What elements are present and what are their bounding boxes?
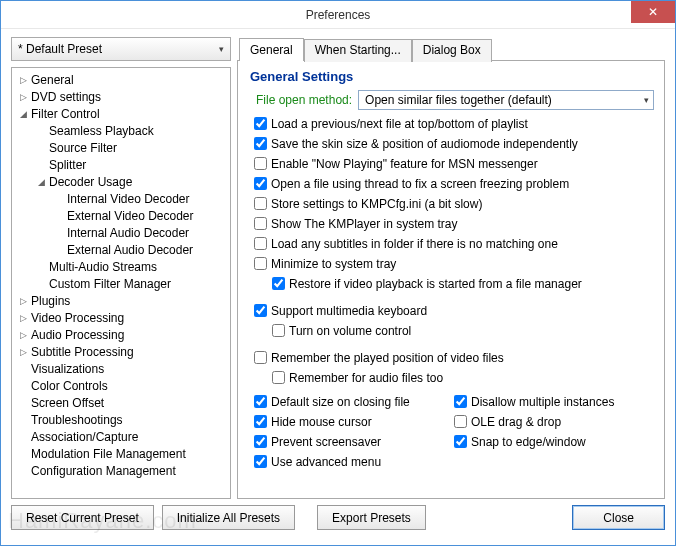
checkbox-c9a[interactable] — [272, 371, 285, 384]
tree-item-label: Filter Control — [31, 106, 100, 123]
checkbox-label: Save the skin size & position of audiomo… — [271, 136, 578, 152]
tree-item[interactable]: ·Splitter — [14, 157, 228, 174]
settings-tree[interactable]: ▷General▷DVD settings◢Filter Control·Sea… — [11, 67, 231, 499]
tree-item[interactable]: ·External Video Decoder — [14, 208, 228, 225]
tree-collapse-icon: ◢ — [36, 174, 47, 191]
tree-bullet-icon: · — [36, 140, 47, 157]
initialize-all-presets-button[interactable]: Initialize All Presets — [162, 505, 295, 530]
tree-item-label: Subtitle Processing — [31, 344, 134, 361]
tree-item[interactable]: ·Screen Offset — [14, 395, 228, 412]
checkbox-label: Remember the played position of video fi… — [271, 350, 504, 366]
checkbox-c5[interactable] — [254, 217, 267, 230]
tree-item-label: Troubleshootings — [31, 412, 123, 429]
tree-item[interactable]: ▷Subtitle Processing — [14, 344, 228, 361]
checkbox-label: Prevent screensaver — [271, 434, 381, 450]
tree-item[interactable]: ·External Audio Decoder — [14, 242, 228, 259]
checkbox-c1[interactable] — [254, 137, 267, 150]
checkbox-r0[interactable] — [454, 395, 467, 408]
option-row: Minimize to system tray — [250, 254, 654, 273]
checkbox-r2[interactable] — [454, 435, 467, 448]
tree-item[interactable]: ·Seamless Playback — [14, 123, 228, 140]
checkbox-l0[interactable] — [254, 395, 267, 408]
checkbox-c0[interactable] — [254, 117, 267, 130]
checkbox-label: Remember for audio files too — [289, 370, 443, 386]
option-row: Store settings to KMPCfg.ini (a bit slow… — [250, 194, 654, 213]
tree-item-label: Internal Audio Decoder — [67, 225, 189, 242]
tree-item-label: External Video Decoder — [67, 208, 194, 225]
option-row: Load any subtitles in folder if there is… — [250, 234, 654, 253]
checkbox-c8[interactable] — [254, 304, 267, 317]
export-presets-button[interactable]: Export Presets — [317, 505, 426, 530]
tree-item-label: Splitter — [49, 157, 86, 174]
checkbox-c6[interactable] — [254, 237, 267, 250]
chevron-down-icon: ▾ — [219, 44, 224, 54]
tab-general[interactable]: General — [239, 38, 304, 61]
tree-bullet-icon: · — [18, 412, 29, 429]
tree-bullet-icon: · — [54, 191, 65, 208]
checkbox-c9[interactable] — [254, 351, 267, 364]
tree-item[interactable]: ·Configuration Management — [14, 463, 228, 480]
checkbox-label: Default size on closing file — [271, 394, 410, 410]
tree-item[interactable]: ·Multi-Audio Streams — [14, 259, 228, 276]
tree-item[interactable]: ▷General — [14, 72, 228, 89]
tree-item-label: Internal Video Decoder — [67, 191, 190, 208]
checkbox-c8a[interactable] — [272, 324, 285, 337]
tree-item[interactable]: ◢Filter Control — [14, 106, 228, 123]
tree-item-label: Plugins — [31, 293, 70, 310]
file-open-method-select[interactable]: Open similar files together (default) ▾ — [358, 90, 654, 110]
option-row: Save the skin size & position of audiomo… — [250, 134, 654, 153]
tree-item[interactable]: ▷Audio Processing — [14, 327, 228, 344]
tree-item-label: Seamless Playback — [49, 123, 154, 140]
tree-item[interactable]: ·Modulation File Management — [14, 446, 228, 463]
preset-select[interactable]: * Default Preset ▾ — [11, 37, 231, 61]
tree-item[interactable]: ·Source Filter — [14, 140, 228, 157]
checkbox-c2[interactable] — [254, 157, 267, 170]
tree-item[interactable]: ▷Plugins — [14, 293, 228, 310]
tree-bullet-icon: · — [54, 225, 65, 242]
window-close-button[interactable]: ✕ — [631, 1, 675, 23]
tree-expand-icon: ▷ — [18, 293, 29, 310]
tree-item[interactable]: ·Troubleshootings — [14, 412, 228, 429]
tree-bullet-icon: · — [36, 123, 47, 140]
titlebar: Preferences ✕ — [1, 1, 675, 29]
tree-item-label: Configuration Management — [31, 463, 176, 480]
checkbox-c7[interactable] — [254, 257, 267, 270]
tree-item[interactable]: ◢Decoder Usage — [14, 174, 228, 191]
tree-item-label: Modulation File Management — [31, 446, 186, 463]
tree-item[interactable]: ·Custom Filter Manager — [14, 276, 228, 293]
checkbox-l3[interactable] — [254, 455, 267, 468]
window-title: Preferences — [306, 8, 371, 22]
option-row: Prevent screensaver — [250, 432, 450, 451]
checkbox-label: Open a file using thread to fix a screen… — [271, 176, 569, 192]
tree-item[interactable]: ·Internal Video Decoder — [14, 191, 228, 208]
checkbox-c3[interactable] — [254, 177, 267, 190]
reset-current-preset-button[interactable]: Reset Current Preset — [11, 505, 154, 530]
tab-when-starting[interactable]: When Starting... — [304, 39, 412, 62]
tree-item[interactable]: ▷DVD settings — [14, 89, 228, 106]
tree-expand-icon: ▷ — [18, 344, 29, 361]
tree-item[interactable]: ·Internal Audio Decoder — [14, 225, 228, 242]
tree-bullet-icon: · — [18, 463, 29, 480]
tree-item[interactable]: ·Visualizations — [14, 361, 228, 378]
checkbox-r1[interactable] — [454, 415, 467, 428]
option-row: Use advanced menu — [250, 452, 450, 471]
checkbox-l1[interactable] — [254, 415, 267, 428]
tab-strip: General When Starting... Dialog Box — [239, 37, 665, 60]
option-row: Turn on volume control — [250, 321, 654, 340]
tree-expand-icon: ▷ — [18, 89, 29, 106]
tab-dialog-box[interactable]: Dialog Box — [412, 39, 492, 62]
checkbox-c4[interactable] — [254, 197, 267, 210]
checkbox-l2[interactable] — [254, 435, 267, 448]
option-row: Support multimedia keyboard — [250, 301, 654, 320]
checkbox-label: Support multimedia keyboard — [271, 303, 427, 319]
tree-bullet-icon: · — [18, 361, 29, 378]
checkbox-c7a[interactable] — [272, 277, 285, 290]
checkbox-label: Restore if video playback is started fro… — [289, 276, 582, 292]
checkbox-label: Use advanced menu — [271, 454, 381, 470]
tree-bullet-icon: · — [36, 276, 47, 293]
tree-item-label: Custom Filter Manager — [49, 276, 171, 293]
close-button[interactable]: Close — [572, 505, 665, 530]
tree-item[interactable]: ▷Video Processing — [14, 310, 228, 327]
tree-item[interactable]: ·Color Controls — [14, 378, 228, 395]
tree-item[interactable]: ·Association/Capture — [14, 429, 228, 446]
